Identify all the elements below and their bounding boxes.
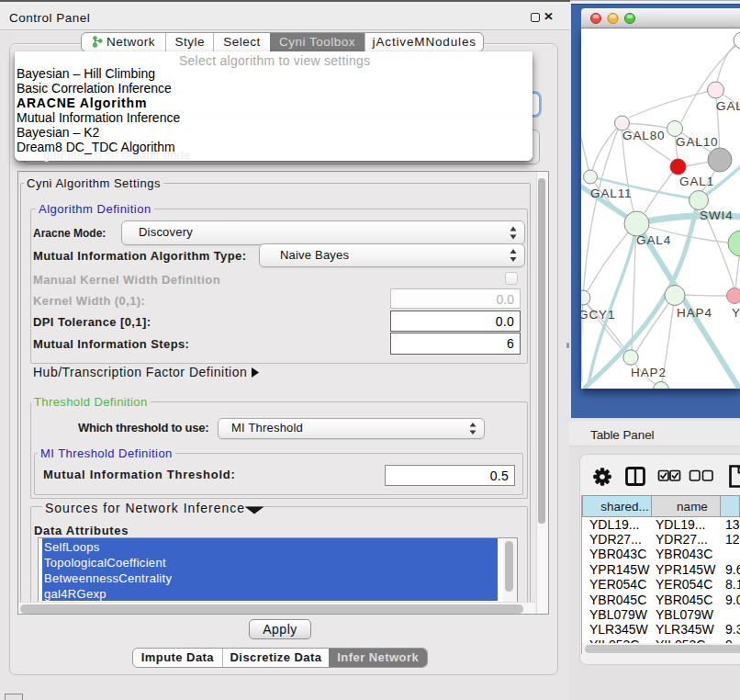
svg-text:GAL80: GAL80 (622, 129, 666, 142)
svg-text:HAP4: HAP4 (677, 306, 712, 320)
svg-text:SWI4: SWI4 (700, 209, 734, 222)
svg-text:GAL4: GAL4 (636, 233, 671, 247)
svg-text:GAL: GAL (716, 99, 740, 113)
svg-text:GCY1: GCY1 (581, 308, 615, 322)
svg-text:GAL1: GAL1 (679, 175, 714, 188)
svg-text:GAL10: GAL10 (676, 135, 719, 149)
svg-text:HAP2: HAP2 (631, 366, 667, 379)
svg-text:GAL11: GAL11 (590, 186, 633, 200)
svg-text:Y: Y (732, 306, 740, 320)
